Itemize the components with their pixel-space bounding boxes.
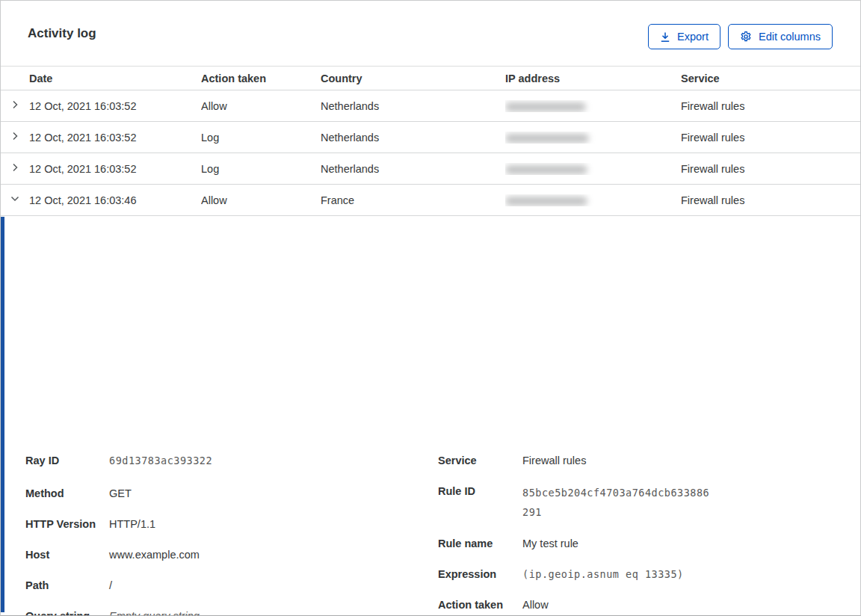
table-header-row: Date Action taken Country IP address Ser… — [1, 66, 860, 90]
detail-row-query-string: Query string Empty query string — [25, 608, 200, 616]
row-action-taken: Allow — [201, 194, 321, 206]
rule-id-value: 85bce5b204cf4703a764dcb633886291 — [522, 483, 712, 522]
collapse-row-button[interactable] — [8, 192, 22, 208]
table-row[interactable]: 12 Oct, 2021 16:03:52 Log Netherlands Fi… — [1, 153, 860, 185]
redacted-ip-address — [505, 134, 589, 143]
detail-label: Host — [25, 546, 109, 564]
export-button-label: Export — [677, 31, 709, 43]
detail-row-host: Host www.example.com — [25, 546, 200, 564]
redacted-ip-address — [505, 197, 587, 206]
activity-log-table: Date Action taken Country IP address Ser… — [1, 66, 860, 216]
row-country: Netherlands — [321, 132, 505, 144]
chevron-down-icon — [10, 194, 20, 206]
row-action-taken: Allow — [201, 100, 321, 112]
gear-icon — [740, 31, 752, 43]
column-header-country: Country — [321, 73, 505, 84]
detail-row-service: Service Firewall rules — [438, 452, 586, 469]
edit-columns-button[interactable]: Edit columns — [728, 24, 833, 49]
detail-row-rule-name: Rule name My test rule — [438, 535, 578, 552]
table-row[interactable]: 12 Oct, 2021 16:03:52 Allow Netherlands … — [1, 90, 860, 122]
host-value: www.example.com — [109, 546, 200, 564]
expression-value: (ip.geoip.asnum eq 13335) — [522, 566, 684, 583]
row-service: Firewall rules — [681, 194, 860, 206]
export-button[interactable]: Export — [648, 24, 720, 49]
expand-row-button[interactable] — [8, 98, 22, 114]
path-value: / — [109, 577, 112, 594]
http-version-value: HTTP/1.1 — [109, 516, 155, 533]
detail-label: Action taken — [438, 597, 522, 614]
event-detail-panel: Ray ID 69d13783ac393322 Method GET HTTP … — [1, 217, 861, 612]
detail-row-expression: Expression (ip.geoip.asnum eq 13335) — [438, 566, 684, 583]
row-date: 12 Oct, 2021 16:03:52 — [29, 132, 201, 144]
detail-row-action-taken: Action taken Allow — [438, 597, 549, 614]
column-header-date: Date — [29, 73, 201, 84]
expand-row-button[interactable] — [8, 129, 22, 145]
detail-label: HTTP Version — [25, 516, 109, 533]
row-service: Firewall rules — [681, 100, 860, 112]
chevron-right-icon — [10, 131, 20, 144]
row-country: Netherlands — [321, 100, 505, 112]
column-header-ip-address: IP address — [505, 73, 681, 84]
edit-columns-button-label: Edit columns — [759, 31, 821, 43]
expand-row-button[interactable] — [8, 161, 22, 176]
ray-id-value: 69d13783ac393322 — [109, 452, 212, 469]
column-header-service: Service — [681, 73, 860, 84]
row-service: Firewall rules — [681, 163, 860, 175]
row-country: France — [321, 194, 505, 206]
row-action-taken: Log — [201, 163, 321, 175]
service-value: Firewall rules — [522, 452, 586, 469]
method-value: GET — [109, 485, 132, 502]
row-date: 12 Oct, 2021 16:03:46 — [29, 194, 201, 206]
detail-row-path: Path / — [25, 577, 112, 594]
rule-name-value: My test rule — [522, 535, 578, 552]
row-action-taken: Log — [201, 132, 321, 144]
detail-label: Service — [438, 452, 522, 469]
column-header-action-taken: Action taken — [201, 73, 321, 84]
row-date: 12 Oct, 2021 16:03:52 — [29, 100, 201, 112]
detail-label: Rule ID — [438, 483, 522, 522]
query-string-value: Empty query string — [109, 608, 200, 616]
detail-label: Ray ID — [25, 452, 109, 469]
detail-label: Path — [25, 577, 109, 594]
download-icon — [660, 31, 670, 43]
detail-label: Rule name — [438, 535, 522, 552]
row-country: Netherlands — [321, 163, 505, 175]
detail-row-ray-id: Ray ID 69d13783ac393322 — [25, 452, 212, 469]
page-title: Activity log — [28, 26, 96, 41]
chevron-right-icon — [10, 99, 20, 112]
detail-label: Expression — [438, 566, 522, 583]
chevron-right-icon — [10, 162, 20, 175]
row-date: 12 Oct, 2021 16:03:52 — [29, 163, 201, 175]
redacted-ip-address — [505, 165, 587, 174]
detail-row-method: Method GET — [25, 485, 132, 502]
redacted-ip-address — [505, 102, 586, 111]
detail-row-rule-id: Rule ID 85bce5b204cf4703a764dcb633886291 — [438, 483, 712, 522]
detail-label: Method — [25, 485, 109, 502]
row-service: Firewall rules — [681, 132, 860, 144]
toolbar: Export Edit columns — [648, 24, 833, 49]
activity-log-panel: Activity log Export Edit columns Date Ac… — [0, 0, 861, 616]
table-row-expanded[interactable]: 12 Oct, 2021 16:03:46 Allow France Firew… — [1, 185, 860, 216]
expanded-row-accent-bar — [1, 217, 4, 612]
detail-label: Query string — [25, 608, 109, 616]
detail-row-http-version: HTTP Version HTTP/1.1 — [25, 516, 155, 533]
table-row[interactable]: 12 Oct, 2021 16:03:52 Log Netherlands Fi… — [1, 122, 860, 153]
action-taken-value: Allow — [522, 597, 549, 614]
